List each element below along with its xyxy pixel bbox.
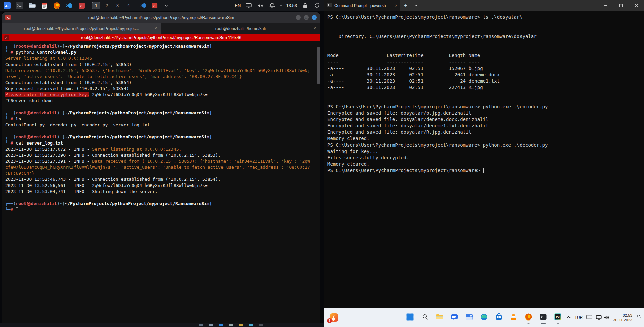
- kali-terminal-content[interactable]: ┌──(root㉿denizhalil)-[~/PycharmProjects/…: [2, 41, 320, 323]
- terminal-scrollbar[interactable]: [317, 43, 320, 321]
- panel-tray-apps: [139, 2, 170, 9]
- terminal-line: [327, 21, 644, 27]
- lock-icon[interactable]: [301, 2, 309, 9]
- panel-overflow-chevron-icon[interactable]: [163, 2, 170, 9]
- qterminal-app-icon: [5, 15, 11, 21]
- workspace-1[interactable]: 1: [92, 2, 100, 9]
- language-indicator[interactable]: TUR: [575, 315, 583, 320]
- panel-launchers: [3, 2, 85, 9]
- pycharm-icon[interactable]: PC: [553, 312, 563, 322]
- tray-blue-app-icon[interactable]: [139, 2, 147, 9]
- maximize-button[interactable]: [613, 0, 629, 11]
- windows-terminal-icon[interactable]: [538, 312, 548, 322]
- vm-mouse-icon: [259, 324, 263, 326]
- terminal-line: ---- ------------- ------ ----: [327, 59, 644, 65]
- kali-top-panel: 1 2 3 4 EN: [0, 0, 324, 11]
- scrollbar-thumb[interactable]: [317, 47, 320, 84]
- store-icon[interactable]: [494, 312, 504, 322]
- tray-red-app-icon[interactable]: [151, 2, 158, 9]
- terminal-line: -a---- 30.11.2023 02:51 152067 b.jpg: [327, 65, 644, 72]
- close-button[interactable]: ×: [312, 15, 317, 20]
- panel-clock[interactable]: 13:53: [286, 3, 297, 8]
- maximize-button[interactable]: □: [304, 15, 309, 20]
- terminal-tab-command-prompt[interactable]: Command Prompt - powersh ×: [324, 0, 400, 11]
- terminal-line: 2023-11-30 13:52:46,743 - INFO - Connect…: [5, 176, 317, 182]
- windows-terminal-titlebar[interactable]: Command Prompt - powersh × +: [324, 0, 644, 11]
- tab-ransomwaresim[interactable]: root@denizhalil: ~/PycharmProjects/pytho…: [2, 23, 161, 34]
- terminal-launcher-icon[interactable]: [16, 2, 23, 9]
- minimize-button[interactable]: [598, 0, 613, 11]
- touch-keyboard-icon[interactable]: [586, 315, 592, 321]
- tab-title: Command Prompt - powersh: [334, 3, 392, 8]
- search-icon[interactable]: [420, 312, 430, 322]
- firefox-icon[interactable]: [53, 2, 60, 9]
- notifications-bell-icon[interactable]: [636, 314, 641, 321]
- workspace-2[interactable]: 2: [103, 2, 111, 9]
- qterminal-launcher-icon[interactable]: [78, 2, 85, 9]
- vm-usb-icon: [229, 324, 233, 326]
- vscode-launcher-icon[interactable]: [65, 2, 73, 9]
- powershell-terminal-content[interactable]: PS C:\Users\User\PycharmProjects\myproje…: [324, 11, 644, 308]
- taskbar-clock[interactable]: 02:53 30.11.2023: [613, 313, 632, 322]
- vm-folder-icon: [239, 324, 243, 326]
- qterminal-window: root@denizhalil: ~/PycharmProjects/pytho…: [2, 12, 320, 323]
- keyboard-layout-indicator[interactable]: EN: [235, 3, 241, 8]
- tab-close-icon[interactable]: ×: [313, 26, 316, 31]
- kali-menu-icon[interactable]: [3, 2, 11, 9]
- terminal-line: Mode LastWriteTime Length Name: [327, 52, 644, 59]
- minimize-button[interactable]: –: [296, 15, 301, 20]
- system-tray: TUR 02:53 30.11.2023: [566, 308, 641, 327]
- terminal-line: :BF:69:C4'}: [5, 170, 317, 176]
- taskbar-notification-app[interactable]: 1: [329, 313, 339, 322]
- notifications-bell-icon[interactable]: [268, 2, 276, 9]
- tab-close-icon[interactable]: ×: [154, 26, 157, 31]
- start-button[interactable]: [405, 312, 415, 322]
- chat-icon[interactable]: [449, 312, 460, 322]
- terminal-line: Server listening at 0.0.0.0:12345: [5, 55, 317, 62]
- vm-network-icon: [219, 324, 223, 326]
- window-title: root@denizhalil: ~/PycharmProjects/pytho…: [2, 15, 320, 20]
- firefox-icon[interactable]: [523, 312, 534, 322]
- logout-icon[interactable]: [313, 2, 320, 9]
- terminal-line: ┌──(root㉿denizhalil)-[~/PycharmProjects/…: [5, 43, 317, 49]
- display-icon[interactable]: [245, 2, 252, 9]
- window-controls: – □ ×: [296, 15, 317, 20]
- terminal-line: Encrypted and saved file: dosyalar/denem…: [327, 123, 644, 129]
- network-icon: [596, 315, 602, 320]
- widgets-icon[interactable]: [464, 312, 475, 322]
- screen: 1 2 3 4 EN: [0, 0, 644, 327]
- terminal-line: Encrypted and saved file: dosyalar/R.jpg…: [327, 129, 644, 135]
- vlc-icon[interactable]: [508, 312, 519, 322]
- tab-dropdown-chevron-icon[interactable]: [411, 0, 420, 11]
- terminal-size-banner: root@denizhalil: ~/PycharmProjects/pytho…: [2, 34, 320, 41]
- terminal-line: [327, 91, 644, 97]
- terminal-line: cfew7l6DJaYc0qD4_hGRyXnrKJfl8XWllWwNjn7s…: [5, 164, 317, 170]
- terminal-line: [327, 46, 644, 52]
- vm-hdd-icon: [199, 324, 203, 326]
- terminal-line: [327, 40, 644, 46]
- close-button[interactable]: [629, 0, 644, 11]
- caption-buttons: [598, 0, 644, 11]
- terminal-line: ┌──(root㉿denizhalil)-[~/PycharmProjects/…: [5, 134, 317, 140]
- file-manager-icon[interactable]: [28, 2, 36, 9]
- new-tab-button[interactable]: +: [400, 0, 411, 11]
- workspace-4[interactable]: 4: [124, 2, 133, 9]
- tray-system-icons[interactable]: [596, 315, 609, 320]
- terminal-line: Memory cleared.: [327, 161, 644, 167]
- edge-icon[interactable]: [479, 312, 489, 322]
- clock-date: 30.11.2023: [613, 318, 632, 322]
- workspace-3[interactable]: 3: [113, 2, 122, 9]
- terminal-line: Directory: C:\Users\User\PycharmProjects…: [327, 33, 644, 40]
- text-editor-icon[interactable]: [41, 2, 48, 9]
- tray-chevron-up-icon[interactable]: [566, 315, 571, 321]
- taskbar-icons: PC: [405, 312, 563, 322]
- windows-taskbar: 1: [324, 308, 644, 327]
- terminal-line: ControlPanel.py decoder.py encoder.py se…: [5, 122, 317, 128]
- volume-icon: [604, 315, 609, 320]
- tab-close-icon[interactable]: ×: [395, 3, 397, 8]
- tab-home-kali[interactable]: root@denizhalil: /home/kali ×: [161, 23, 320, 34]
- volume-icon[interactable]: [257, 2, 264, 9]
- tab-label: root@denizhalil: ~/PycharmProjects/pytho…: [24, 26, 139, 31]
- file-explorer-icon[interactable]: [435, 312, 445, 322]
- qterminal-titlebar[interactable]: root@denizhalil: ~/PycharmProjects/pytho…: [2, 12, 320, 23]
